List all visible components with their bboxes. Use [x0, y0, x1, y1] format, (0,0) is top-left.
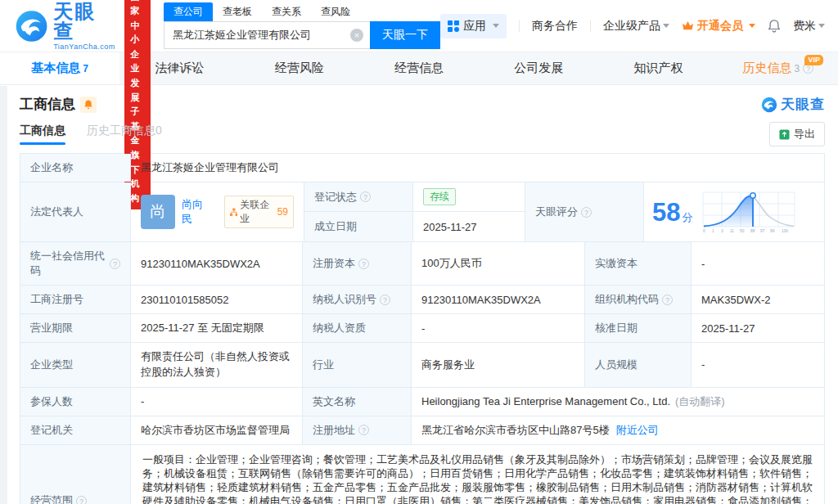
field-label: 核准日期 — [585, 314, 692, 342]
search-tab-company[interactable]: 查公司 — [164, 2, 213, 21]
industry: 商务服务业 — [412, 343, 585, 387]
tab-legal-litigation[interactable]: 法律诉讼 — [119, 52, 239, 84]
menu-enterprise-products[interactable]: 企业级产品 — [603, 19, 669, 34]
search-tab-boss[interactable]: 查老板 — [213, 2, 262, 21]
registration-number: 230110101585052 — [131, 286, 303, 313]
username: 费米 — [793, 19, 816, 32]
tianyancha-logo-icon — [761, 97, 777, 113]
credit-code: 91230110MAK35DWX2A — [131, 242, 303, 285]
field-label: 纳税人识别号 — [303, 286, 412, 313]
apps-label: 应用 — [463, 19, 486, 34]
established-date: 2025-11-27 — [413, 212, 525, 241]
chevron-down-icon — [749, 24, 755, 28]
tab-history-info[interactable]: 历史信息 3 VIP — [719, 52, 838, 84]
crown-icon — [682, 20, 694, 31]
tab-operation-risk[interactable]: 经营风险 — [240, 52, 359, 84]
subtab-history-business-info[interactable]: 历史工商信息0 — [87, 124, 162, 145]
apps-grid-icon — [448, 20, 459, 32]
field-label: 组织机构代码 — [585, 286, 692, 313]
tab-company-development[interactable]: 公司发展 — [479, 52, 598, 84]
field-label: 注册地址 — [303, 416, 412, 444]
status-badge: 存续 — [423, 188, 456, 205]
table-row: 法定代表人 尚 尚向民 关联企业 59 登记状态 存续 — [20, 182, 824, 242]
field-label: 企业名称 — [20, 154, 131, 182]
section-title: 工商信息 — [20, 95, 75, 114]
search-button[interactable]: 天眼一下 — [370, 21, 440, 49]
chevron-down-icon — [663, 24, 669, 28]
search-tab-relation[interactable]: 查关系 — [262, 2, 311, 21]
legal-rep-avatar[interactable]: 尚 — [141, 195, 175, 229]
apps-menu[interactable]: 应用 — [440, 14, 507, 38]
table-row: 统一社会信用代码 91230110MAK35DWX2A 注册资本 100万人民币… — [20, 242, 824, 286]
tab-operation-info[interactable]: 经营信息 — [359, 52, 479, 84]
svg-text:97: 97 — [760, 229, 765, 233]
org-chart-icon — [230, 208, 238, 217]
field-label: 成立日期 — [304, 212, 413, 241]
tianyancha-watermark: 天眼查 — [761, 95, 825, 114]
help-icon[interactable] — [360, 191, 371, 202]
field-label: 纳税人资质 — [303, 314, 412, 342]
related-companies-badge[interactable]: 关联企业 59 — [224, 196, 294, 228]
svg-text:11: 11 — [730, 229, 734, 233]
subscribe-bell-icon[interactable] — [80, 97, 97, 113]
tab-count: 7 — [83, 63, 88, 74]
export-icon — [779, 129, 790, 140]
svg-text:3: 3 — [721, 229, 723, 233]
svg-text:100: 100 — [782, 229, 788, 233]
svg-text:0: 0 — [703, 229, 705, 233]
help-icon[interactable] — [110, 259, 120, 269]
help-icon[interactable] — [76, 496, 87, 504]
help-icon[interactable] — [358, 425, 369, 435]
nearby-companies-link[interactable]: 附近公司 — [616, 423, 659, 438]
tianyancha-logo[interactable]: 天眼查 TianYanCha.com — [15, 2, 116, 51]
company-name: 黑龙江茶姬企业管理有限公司 — [131, 154, 824, 182]
field-label: 统一社会信用代码 — [20, 242, 131, 285]
score-unit: 分 — [682, 211, 692, 223]
business-scope: 一般项目：企业管理；企业管理咨询；餐饮管理；工艺美术品及礼仪用品销售（象牙及其制… — [131, 445, 824, 504]
vip-badge: VIP — [804, 55, 823, 65]
score-distribution-chart: 0 1 3 11 50 88 97 99 100 — [701, 189, 797, 235]
svg-text:1: 1 — [712, 229, 714, 233]
subtab-business-info[interactable]: 工商信息 — [20, 124, 65, 145]
field-label: 工商注册号 — [20, 286, 131, 313]
field-label: 登记机关 — [20, 416, 131, 444]
logo-subtitle: TianYanCha.com — [53, 43, 115, 51]
search-tab-risk[interactable]: 查风险 — [311, 2, 360, 21]
legal-rep-link[interactable]: 尚向民 — [182, 197, 211, 227]
tab-intellectual-property[interactable]: 知识产权 — [598, 52, 718, 84]
menu-cooperation[interactable]: 商务合作 — [532, 19, 578, 34]
business-term: 2025-11-27 至 无固定期限 — [131, 314, 303, 342]
field-label: 营业期限 — [20, 314, 131, 342]
open-vip-button[interactable]: 开通会员 — [682, 19, 755, 34]
svg-text:50: 50 — [740, 229, 745, 233]
export-button[interactable]: 导出 — [769, 122, 825, 146]
left-edge-strip — [0, 86, 7, 504]
tab-basic-info[interactable]: 基本信息 7 — [0, 52, 119, 84]
table-row: 工商注册号 230110101585052 纳税人识别号 91230110MAK… — [20, 286, 824, 314]
field-label: 英文名称 — [303, 388, 412, 416]
chevron-down-icon — [818, 24, 825, 28]
table-row: 登记机关 哈尔滨市香坊区市场监督管理局 注册地址 黑龙江省哈尔滨市香坊区中山路8… — [20, 416, 824, 445]
tianyan-score: 58分 0 — [644, 182, 824, 241]
field-label: 行业 — [303, 343, 412, 387]
help-icon[interactable] — [662, 295, 673, 305]
notification-bell-icon[interactable] — [768, 19, 781, 33]
auto-translate-note: (自动翻译) — [675, 394, 725, 409]
help-icon[interactable] — [380, 295, 390, 305]
search-input[interactable] — [164, 21, 370, 49]
header-menu: 应用 商务合作 企业级产品 开通会员 费米 — [440, 14, 825, 38]
tab-count: 3 — [794, 63, 800, 74]
registered-address: 黑龙江省哈尔滨市香坊区中山路87号5楼 — [421, 423, 610, 438]
clear-search-icon[interactable] — [350, 29, 363, 42]
table-row: 经营范围 一般项目：企业管理；企业管理咨询；餐饮管理；工艺美术品及礼仪用品销售（… — [20, 445, 824, 504]
field-label: 参保人数 — [20, 388, 131, 416]
help-icon[interactable] — [581, 207, 592, 218]
help-icon[interactable] — [358, 259, 369, 269]
field-label: 法定代表人 — [20, 182, 131, 241]
svg-text:88: 88 — [750, 229, 755, 233]
insured-count: - — [131, 388, 303, 416]
svg-text:99: 99 — [770, 229, 775, 233]
registration-authority: 哈尔滨市香坊区市场监督管理局 — [131, 416, 303, 444]
user-menu[interactable]: 费米 — [793, 19, 825, 34]
field-label: 天眼评分 — [525, 182, 644, 241]
